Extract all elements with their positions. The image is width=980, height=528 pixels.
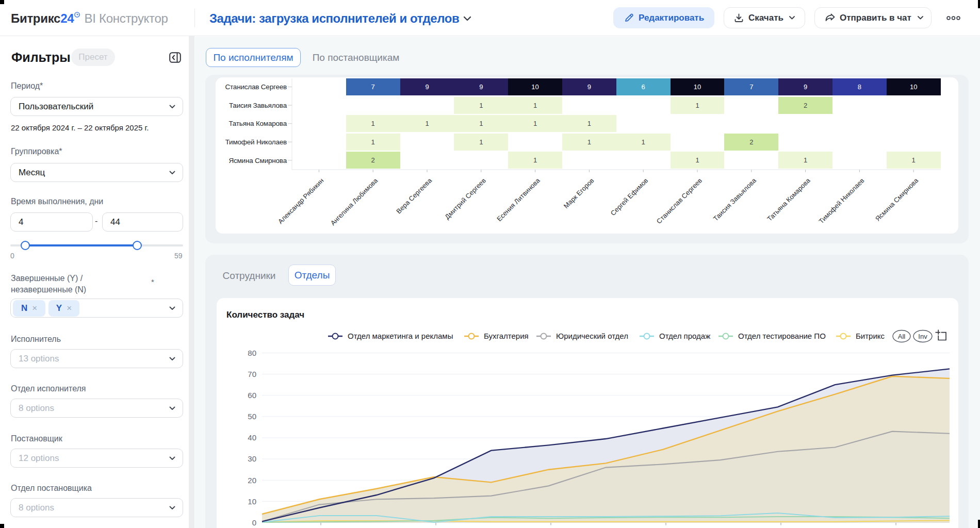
- svg-text:2: 2: [749, 138, 753, 146]
- svg-text:1: 1: [695, 102, 699, 109]
- svg-text:Битрикс: Битрикс: [856, 332, 885, 340]
- svg-text:60: 60: [248, 391, 256, 400]
- svg-text:1: 1: [371, 138, 375, 146]
- svg-text:Отдел тестирование ПО: Отдел тестирование ПО: [738, 332, 826, 340]
- svg-text:Марк Егоров: Марк Егоров: [562, 176, 596, 210]
- svg-text:9: 9: [587, 83, 591, 91]
- svg-text:30: 30: [248, 454, 256, 463]
- svg-text:70: 70: [248, 370, 256, 378]
- svg-text:8: 8: [858, 83, 861, 91]
- svg-text:20: 20: [248, 476, 256, 485]
- svg-text:7: 7: [749, 83, 753, 91]
- svg-text:Станислав Сергеев: Станислав Сергеев: [655, 176, 704, 225]
- svg-text:2: 2: [804, 102, 807, 109]
- svg-text:Ясмина Смирнова: Ясмина Смирнова: [228, 157, 287, 164]
- svg-text:1: 1: [425, 120, 429, 127]
- svg-text:Татьяна Комарова: Татьяна Комарова: [765, 176, 812, 223]
- svg-text:Александр Рябикин: Александр Рябикин: [276, 177, 325, 226]
- svg-text:1: 1: [587, 120, 591, 127]
- svg-text:1: 1: [533, 120, 537, 127]
- svg-text:Тимофей Николаев: Тимофей Николаев: [817, 176, 865, 225]
- svg-text:1: 1: [642, 138, 645, 146]
- svg-text:1: 1: [371, 120, 375, 127]
- svg-text:0: 0: [252, 518, 256, 527]
- svg-text:1: 1: [912, 156, 916, 164]
- svg-text:6: 6: [642, 83, 645, 91]
- svg-text:Количество задач: Количество задач: [226, 310, 304, 320]
- svg-text:2: 2: [371, 156, 375, 164]
- svg-text:Дмитрий Сергеев: Дмитрий Сергеев: [443, 176, 487, 221]
- svg-text:Есения Литвинова: Есения Литвинова: [495, 176, 542, 223]
- svg-text:Отдел маркетинга и рекламы: Отдел маркетинга и рекламы: [348, 332, 453, 340]
- svg-text:1: 1: [533, 156, 537, 164]
- svg-text:1: 1: [479, 138, 483, 146]
- svg-text:Сергей Ефимов: Сергей Ефимов: [609, 176, 650, 217]
- svg-text:1: 1: [695, 156, 699, 164]
- svg-text:10: 10: [531, 83, 538, 91]
- svg-text:9: 9: [425, 83, 429, 91]
- svg-text:Станислав Сергеев: Станислав Сергеев: [225, 83, 287, 91]
- svg-text:Юридический отдел: Юридический отдел: [556, 332, 628, 340]
- svg-text:10: 10: [248, 497, 256, 506]
- svg-text:1: 1: [587, 138, 591, 146]
- svg-text:Таисия Завьялова: Таисия Завьялова: [712, 176, 758, 223]
- svg-text:80: 80: [248, 349, 256, 357]
- svg-text:Вера Сергеева: Вера Сергеева: [395, 176, 433, 215]
- svg-text:Татьяна Комарова: Татьяна Комарова: [228, 120, 287, 127]
- svg-text:Отдел продаж: Отдел продаж: [659, 332, 710, 340]
- svg-text:1: 1: [533, 102, 537, 109]
- svg-text:Бухгалтерия: Бухгалтерия: [484, 332, 529, 340]
- svg-text:Inv: Inv: [918, 333, 927, 340]
- svg-text:10: 10: [694, 83, 701, 91]
- svg-text:Ангелина Любимова: Ангелина Любимова: [329, 176, 380, 227]
- svg-text:Тимофей Николаев: Тимофей Николаев: [225, 138, 287, 146]
- svg-text:9: 9: [479, 83, 483, 91]
- svg-text:7: 7: [371, 83, 375, 91]
- svg-text:40: 40: [248, 433, 256, 442]
- svg-text:1: 1: [479, 120, 483, 127]
- svg-text:Ясмина Смирнова: Ясмина Смирнова: [874, 176, 920, 223]
- svg-text:All: All: [898, 333, 906, 340]
- svg-text:50: 50: [248, 412, 256, 421]
- svg-text:9: 9: [804, 83, 807, 91]
- svg-text:Таисия Завьялова: Таисия Завьялова: [229, 102, 287, 109]
- svg-text:1: 1: [479, 102, 483, 109]
- svg-text:10: 10: [910, 83, 917, 91]
- svg-text:1: 1: [804, 156, 807, 164]
